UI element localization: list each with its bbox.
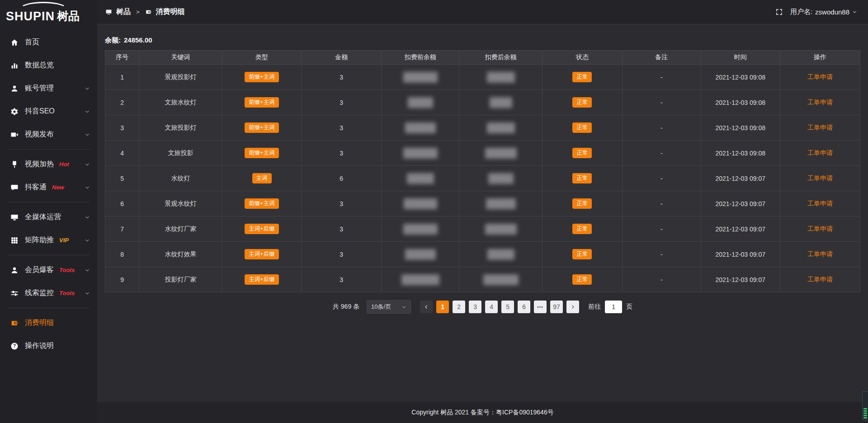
- work-order-link[interactable]: 工单申请: [807, 250, 833, 258]
- sidebar-item-home[interactable]: 首页: [0, 31, 97, 54]
- chevron-down-icon: [85, 268, 90, 273]
- column-header: 扣费后余额: [459, 51, 542, 65]
- monitor-icon: [10, 213, 19, 221]
- floating-widget[interactable]: [862, 391, 868, 420]
- table-row: 9 投影灯厂家 主词+后缀 3 正常 - 2021-12-03 09:07 工单…: [105, 267, 860, 292]
- page-button-2[interactable]: 2: [453, 301, 465, 313]
- cell-action: 工单申请: [780, 166, 860, 191]
- fullscreen-icon[interactable]: [775, 8, 783, 16]
- cell-action: 工单申请: [780, 90, 860, 115]
- page-button-1[interactable]: 1: [436, 301, 449, 313]
- cell-keyword: 水纹灯: [139, 166, 222, 191]
- cell-action: 工单申请: [780, 242, 860, 267]
- chevron-down-icon: [85, 162, 90, 167]
- censored-balance-after: [487, 72, 515, 83]
- balance: 余额:24856.00: [105, 37, 868, 43]
- cell-balance-after: [459, 65, 542, 90]
- main-content: 余额:24856.00 序号关键词类型金额扣费前余额扣费后余额状态备注时间操作 …: [97, 25, 868, 423]
- chevron-right-icon[interactable]: [566, 301, 579, 313]
- status-badge: 正常: [572, 198, 592, 209]
- work-order-link[interactable]: 工单申请: [807, 73, 833, 80]
- work-order-link[interactable]: 工单申请: [807, 99, 833, 106]
- cell-index: 2: [105, 90, 139, 115]
- sidebar-item-douyin-seo[interactable]: 抖音SEO: [0, 100, 97, 123]
- cell-type: 主词+后缀: [222, 216, 301, 242]
- page-size-select[interactable]: 10条/页: [367, 300, 411, 314]
- cell-note: -: [622, 90, 701, 115]
- cell-keyword: 文旅投影: [139, 141, 222, 166]
- cell-balance-before: [382, 267, 459, 292]
- sidebar-item-video-publish[interactable]: 视频发布: [0, 123, 97, 146]
- work-order-link[interactable]: 工单申请: [807, 174, 833, 182]
- sidebar-item-clue-monitor[interactable]: 线索监控 Tools: [0, 282, 97, 305]
- gear-icon: [10, 108, 19, 116]
- page-ellipsis-button[interactable]: •••: [534, 301, 547, 313]
- sidebar: SHUPIN 树品 首页 数据总览 账号管理 抖音SEO 视频发布 视频加热 H…: [0, 0, 97, 423]
- sidebar-item-badge: New: [52, 184, 64, 191]
- cell-balance-before: [382, 115, 459, 141]
- widget-stripe: [863, 417, 867, 418]
- sidebar-item-data-overview[interactable]: 数据总览: [0, 54, 97, 77]
- goto-page-input[interactable]: [605, 301, 622, 313]
- page-button-97[interactable]: 97: [550, 301, 563, 313]
- status-badge: 正常: [572, 224, 592, 234]
- topbar: 树品 > 消费明细 用户名: zswodun88: [97, 0, 868, 24]
- page-button-6[interactable]: 6: [518, 301, 530, 313]
- status-badge: 正常: [572, 72, 592, 82]
- cell-type: 前缀+主词: [222, 115, 301, 141]
- widget-stripe: [863, 415, 867, 416]
- column-header: 序号: [105, 51, 139, 65]
- sidebar-item-consumption-detail[interactable]: 消费明细: [0, 311, 97, 334]
- cell-action: 工单申请: [780, 141, 860, 166]
- widget-stripe: [863, 408, 867, 409]
- cell-amount: 3: [302, 90, 382, 115]
- sidebar-item-douketong[interactable]: 抖客通 New: [0, 176, 97, 199]
- cell-type: 主词+后缀: [222, 267, 301, 292]
- page-button-3[interactable]: 3: [469, 301, 481, 313]
- table-row: 1 景观投影灯 前缀+主词 3 正常 - 2021-12-03 09:08 工单…: [105, 65, 860, 90]
- sidebar-item-badge: VIP: [59, 237, 69, 244]
- page-button-4[interactable]: 4: [485, 301, 498, 313]
- column-header: 金额: [302, 51, 382, 65]
- cell-status: 正常: [542, 65, 622, 90]
- user-menu[interactable]: 用户名: zswodun88: [790, 8, 857, 16]
- status-badge: 正常: [572, 122, 592, 133]
- cell-amount: 3: [302, 267, 382, 292]
- chevron-down-icon: [85, 86, 90, 91]
- type-badge: 主词+后缀: [245, 274, 278, 285]
- user-icon: [10, 266, 19, 274]
- chevron-left-icon[interactable]: [420, 301, 433, 313]
- widget-stripe: [863, 410, 867, 412]
- sidebar-item-member-baoke[interactable]: 会员爆客 Tools: [0, 258, 97, 282]
- work-order-link[interactable]: 工单申请: [807, 200, 833, 207]
- chevron-down-icon: [85, 291, 90, 296]
- cell-amount: 3: [302, 216, 382, 242]
- page-button-5[interactable]: 5: [501, 301, 514, 313]
- cell-keyword: 文旅投影灯: [139, 115, 222, 141]
- goto-suffix: 页: [626, 303, 632, 311]
- sidebar-item-badge: Tools: [59, 290, 75, 296]
- cell-time: 2021-12-03 09:07: [701, 242, 780, 267]
- chart-icon: [10, 61, 19, 70]
- cell-balance-after: [459, 90, 542, 115]
- table-row: 6 景观水纹灯 前缀+主词 3 正常 - 2021-12-03 09:07 工单…: [105, 191, 860, 216]
- cell-type: 前缀+主词: [222, 65, 301, 90]
- user-name: zswodun88: [815, 8, 849, 16]
- sidebar-item-account-management[interactable]: 账号管理: [0, 77, 97, 100]
- breadcrumb-item-shupin[interactable]: 树品: [116, 7, 131, 17]
- column-header: 操作: [780, 51, 860, 65]
- sidebar-item-video-heat[interactable]: 视频加热 Hot: [0, 153, 97, 176]
- sidebar-item-operation-guide[interactable]: ? 操作说明: [0, 334, 97, 357]
- cell-time: 2021-12-03 09:08: [701, 115, 780, 141]
- work-order-link[interactable]: 工单申请: [807, 225, 833, 232]
- type-badge: 前缀+主词: [245, 198, 278, 209]
- sidebar-menu: 首页 数据总览 账号管理 抖音SEO 视频发布 视频加热 Hot 抖客通 New: [0, 27, 97, 357]
- column-header: 扣费前余额: [382, 51, 459, 65]
- work-order-link[interactable]: 工单申请: [807, 149, 833, 156]
- sidebar-divider: [8, 255, 90, 255]
- sidebar-item-matrix-boost[interactable]: 矩阵助推 VIP: [0, 229, 97, 252]
- work-order-link[interactable]: 工单申请: [807, 276, 833, 283]
- sidebar-item-all-media-operation[interactable]: 全媒体运营: [0, 206, 97, 229]
- work-order-link[interactable]: 工单申请: [807, 124, 833, 131]
- cell-amount: 3: [302, 242, 382, 267]
